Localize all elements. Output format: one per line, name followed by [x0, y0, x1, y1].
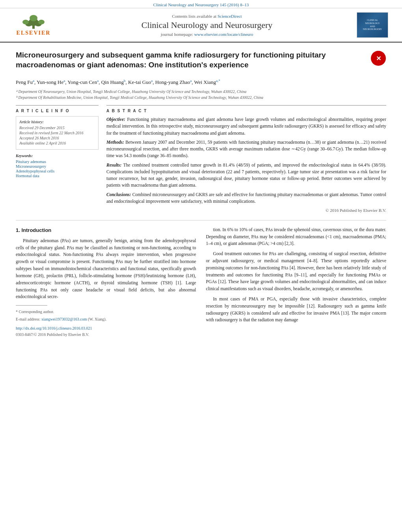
abstract-text: Objective: Functioning pituitary macroad… [106, 116, 386, 214]
abstract-col: A B S T R A C T Objective: Functioning p… [106, 105, 386, 214]
sciencedirect-link[interactable]: ScienceDirect [218, 14, 242, 19]
email-note: E-mail address: xiangwei1973032@163.com … [16, 316, 196, 323]
corresponding-author-note: * Corresponding author. [16, 309, 196, 315]
abstract-conclusions: Conclusions: Combined microneurosurgery … [106, 191, 386, 205]
revised-date: Received in revised form 22 March 2016 [19, 131, 95, 135]
body-two-col: 1. Introduction Pituitary adenomas (PAs)… [16, 226, 386, 337]
footer-links: http://dx.doi.org/10.1016/j.clineuro.201… [16, 325, 196, 337]
journal-logo-box: CLINICAL NEUROLOGY AND NEUROSURGERY [357, 12, 388, 38]
page-container: Clinical Neurology and Neurosurgery 145 … [0, 0, 402, 532]
article-title: Microneurosurgery and subsequent gamma k… [16, 50, 365, 70]
crossmark-badge: ✕ [370, 50, 386, 66]
affiliation-b: ᵇ Department Of Rehabilitation Medicine,… [16, 95, 386, 100]
methods-label: Methods: [106, 140, 124, 145]
article-title-section: Microneurosurgery and subsequent gamma k… [16, 50, 386, 74]
methods-text: Between January 2007 and December 2011, … [106, 140, 386, 158]
objective-text: Functioning pituitary macroadenoma and g… [106, 117, 386, 135]
issn-line: 0303-8467/© 2016 Published by Elsevier B… [16, 332, 196, 338]
intro-p2: tion. In 6% to 10% of cases, PAs invade … [206, 226, 387, 247]
history-label: Article history: [19, 120, 95, 124]
keyword-3: Adenohypophyseal cells [16, 169, 99, 173]
article-info-col: A R T I C L E I N F O Article history: R… [16, 105, 99, 214]
online-date: Available online 2 April 2016 [19, 141, 95, 145]
journal-top-bar: Clinical Neurology and Neurosurgery 145 … [0, 0, 402, 8]
header-right: CLINICAL NEUROLOGY AND NEUROSURGERY [355, 12, 390, 38]
intro-p1: Pituitary adenomas (PAs) are tumors, gen… [16, 237, 196, 300]
logo-line-4: NEUROSURGERY [363, 28, 382, 31]
body-left-col: 1. Introduction Pituitary adenomas (PAs)… [16, 226, 196, 337]
intro-p3: Good treatment outcomes for PAs are chal… [206, 250, 387, 293]
accepted-date: Accepted 26 March 2016 [19, 136, 95, 140]
article-history-box: Article history: Received 29 December 20… [16, 116, 99, 150]
homepage-url[interactable]: www.elsevier.com/locate/clineuro [194, 32, 253, 37]
results-label: Results: [106, 163, 121, 167]
affiliations: ᵃ Department Of Neurosurgery, Union Hosp… [16, 89, 386, 100]
keywords-box: Keywords: Pituitary adenomas Microneuros… [16, 154, 99, 178]
journal-citation: Clinical Neurology and Neurosurgery 145 … [153, 2, 249, 7]
header-center: Contents lists available at ScienceDirec… [59, 14, 355, 37]
main-divider [16, 220, 386, 221]
main-content: Microneurosurgery and subsequent gamma k… [0, 43, 402, 345]
article-info-label: A R T I C L E I N F O [16, 109, 99, 113]
journal-homepage: journal homepage: www.elsevier.com/locat… [67, 32, 347, 37]
footnote-divider [16, 305, 47, 306]
abstract-objective: Objective: Functioning pituitary macroad… [106, 116, 386, 137]
svg-point-6 [30, 15, 37, 21]
affiliation-a: ᵃ Department Of Neurosurgery, Union Hosp… [16, 89, 386, 95]
abstract-label: A B S T R A C T [106, 109, 386, 113]
intro-p4: In most cases of PMA or PGA, especially … [206, 296, 387, 324]
objective-label: Objective: [106, 117, 125, 122]
conclusions-label: Conclusions: [106, 192, 131, 197]
introduction-heading: 1. Introduction [16, 226, 196, 234]
copyright-line: © 2016 Published by Elsevier B.V. [106, 207, 386, 214]
elsevier-tree-icon [18, 14, 49, 29]
svg-point-5 [38, 20, 45, 24]
logo-line-2: NEUROLOGY [363, 22, 382, 25]
article-info-abstract-section: A R T I C L E I N F O Article history: R… [16, 105, 386, 214]
elsevier-logo: ELSEVIER [12, 13, 55, 37]
body-right-col: tion. In 6% to 10% of cases, PAs invade … [206, 226, 387, 337]
abstract-results: Results: The combined treatment controll… [106, 162, 386, 189]
received-date: Received 29 December 2015 [19, 126, 95, 130]
logo-line-1: CLINICAL [363, 19, 382, 22]
keyword-2: Microneurosurgery [16, 164, 99, 169]
header-section: ELSEVIER Contents lists available at Sci… [0, 8, 402, 43]
results-text: The combined treatment controlled tumor … [106, 163, 386, 188]
journal-title-main: Clinical Neurology and Neurosurgery [67, 20, 347, 30]
authors-line: Peng Fua, Yun-song Hea, Yong-cun Cena, Q… [16, 78, 386, 86]
logo-line-3: AND [363, 25, 382, 28]
header-left: ELSEVIER [8, 13, 59, 37]
elsevier-wordmark: ELSEVIER [17, 30, 51, 36]
contents-available: Contents lists available at ScienceDirec… [67, 14, 347, 19]
email-name: (W. Xiang). [88, 317, 106, 321]
doi-link[interactable]: http://dx.doi.org/10.1016/j.clineuro.201… [16, 326, 92, 330]
abstract-methods: Methods: Between January 2007 and Decemb… [106, 139, 386, 159]
keywords-title: Keywords: [16, 154, 99, 158]
email-link[interactable]: xiangwei1973032@163.com [41, 317, 87, 321]
crossmark-icon: ✕ [371, 51, 386, 66]
conclusions-text: Combined microneurosurgery and GKRS are … [106, 192, 386, 204]
svg-point-4 [22, 20, 29, 24]
keyword-1: Pituitary adenomas [16, 159, 99, 164]
doi-line: http://dx.doi.org/10.1016/j.clineuro.201… [16, 325, 196, 332]
keyword-4: Hormonal data [16, 174, 99, 178]
